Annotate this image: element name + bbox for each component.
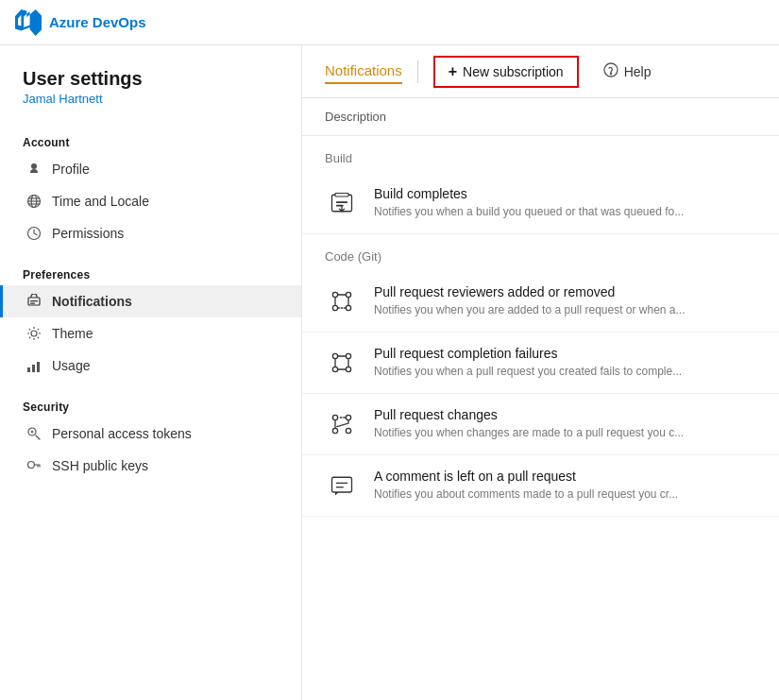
user-info: User settings Jamal Hartnett xyxy=(0,68,301,128)
group-label-code-git: Code (Git) xyxy=(302,234,779,271)
notif-title-pr-reviewers: Pull request reviewers added or removed xyxy=(374,284,686,299)
notif-row-build-completes[interactable]: Build completes Notifies you when a buil… xyxy=(302,173,779,234)
svg-point-39 xyxy=(332,428,337,433)
ssh-icon xyxy=(25,457,42,474)
new-subscription-button[interactable]: + New subscription xyxy=(433,56,579,88)
sidebar-item-time-locale[interactable]: Time and Locale xyxy=(0,185,301,217)
table-header-description: Description xyxy=(302,98,779,136)
tab-divider xyxy=(417,60,418,83)
notif-title-pr-completion: Pull request completion failures xyxy=(374,346,682,361)
help-label: Help xyxy=(624,64,652,79)
pr-completion-icon xyxy=(325,346,359,380)
sidebar-item-usage[interactable]: Usage xyxy=(0,350,301,382)
notif-desc-pr-reviewers: Notifies you when you are added to a pul… xyxy=(374,302,686,318)
sidebar-item-ssh-label: SSH public keys xyxy=(52,458,148,473)
svg-rect-27 xyxy=(335,194,348,197)
section-preferences: Preferences xyxy=(0,261,301,285)
sidebar-item-notifications[interactable]: Notifications xyxy=(0,285,301,317)
svg-rect-29 xyxy=(336,205,344,207)
notif-text-pr-changes: Pull request changes Notifies you when c… xyxy=(374,407,684,441)
sidebar-item-ssh-keys[interactable]: SSH public keys xyxy=(0,450,301,482)
svg-line-16 xyxy=(38,337,39,338)
notif-desc-pr-completion: Notifies you when a pull request you cre… xyxy=(374,364,682,380)
top-header: Azure DevOps xyxy=(0,0,779,45)
notif-row-pr-comment[interactable]: A comment is left on a pull request Noti… xyxy=(302,455,779,517)
svg-point-25 xyxy=(610,73,611,74)
svg-point-41 xyxy=(346,428,350,433)
pat-icon xyxy=(25,425,42,442)
svg-rect-28 xyxy=(336,201,347,203)
help-circle-icon xyxy=(603,62,618,80)
new-subscription-label: New subscription xyxy=(463,64,564,79)
notif-text-build-completes: Build completes Notifies you when a buil… xyxy=(374,186,684,220)
svg-point-34 xyxy=(332,353,337,358)
usage-icon xyxy=(25,357,42,374)
theme-icon xyxy=(25,325,42,342)
tab-bar: Notifications + New subscription Help xyxy=(302,45,779,98)
sidebar-item-notifications-label: Notifications xyxy=(52,294,132,309)
sidebar-item-permissions-label: Permissions xyxy=(52,226,124,241)
svg-point-31 xyxy=(332,305,337,310)
svg-point-33 xyxy=(346,305,350,310)
build-icon xyxy=(325,186,359,220)
user-name: Jamal Hartnett xyxy=(23,92,279,106)
notif-desc-pr-comment: Notifies you about comments made to a pu… xyxy=(374,487,678,503)
pr-changes-icon xyxy=(325,407,359,441)
sidebar-item-permissions[interactable]: Permissions xyxy=(0,217,301,249)
svg-point-40 xyxy=(346,415,350,419)
notif-text-pr-comment: A comment is left on a pull request Noti… xyxy=(374,469,678,503)
sidebar-item-time-locale-label: Time and Locale xyxy=(52,194,149,209)
sidebar-item-usage-label: Usage xyxy=(52,358,90,373)
svg-rect-8 xyxy=(30,300,38,301)
pr-reviewers-icon xyxy=(325,284,359,318)
user-settings-title: User settings xyxy=(23,68,279,90)
svg-rect-21 xyxy=(37,362,40,372)
globe-icon xyxy=(25,193,42,210)
notif-row-pr-completion[interactable]: Pull request completion failures Notifie… xyxy=(302,333,779,394)
svg-point-10 xyxy=(31,331,37,336)
main-layout: User settings Jamal Hartnett Account Pro… xyxy=(0,45,779,700)
notif-title-pr-comment: A comment is left on a pull request xyxy=(374,469,678,484)
svg-line-17 xyxy=(38,329,39,330)
svg-line-15 xyxy=(29,329,30,330)
group-label-build: Build xyxy=(302,136,779,173)
sidebar: User settings Jamal Hartnett Account Pro… xyxy=(0,45,302,700)
svg-point-32 xyxy=(346,292,350,297)
sidebar-item-theme[interactable]: Theme xyxy=(0,317,301,350)
svg-rect-9 xyxy=(30,303,35,304)
svg-point-30 xyxy=(332,292,337,297)
plus-icon: + xyxy=(449,63,457,80)
notif-desc-build-completes: Notifies you when a build you queued or … xyxy=(374,204,684,220)
svg-point-36 xyxy=(346,353,350,358)
content-table: Description Build Build completes Notifi… xyxy=(302,98,779,700)
person-icon xyxy=(25,161,42,178)
notif-desc-pr-changes: Notifies you when changes are made to a … xyxy=(374,425,684,441)
logo-text: Azure DevOps xyxy=(49,14,146,30)
tab-notifications[interactable]: Notifications xyxy=(325,59,402,84)
help-button[interactable]: Help xyxy=(594,57,661,86)
sidebar-item-profile[interactable]: Profile xyxy=(0,153,301,185)
notif-row-pr-reviewers[interactable]: Pull request reviewers added or removed … xyxy=(302,271,779,333)
azure-devops-logo xyxy=(15,9,42,36)
sidebar-item-pat-label: Personal access tokens xyxy=(52,426,192,441)
svg-rect-42 xyxy=(332,477,352,492)
sidebar-item-profile-label: Profile xyxy=(52,162,90,177)
permissions-icon xyxy=(25,225,42,242)
svg-rect-19 xyxy=(27,367,30,372)
sidebar-item-theme-label: Theme xyxy=(52,326,93,341)
section-account: Account xyxy=(0,128,301,153)
svg-point-38 xyxy=(332,415,337,419)
notif-title-pr-changes: Pull request changes xyxy=(374,407,684,422)
logo-area[interactable]: Azure DevOps xyxy=(15,9,146,36)
notifications-icon xyxy=(25,293,42,310)
section-security: Security xyxy=(0,393,301,418)
svg-line-18 xyxy=(29,337,30,338)
notif-title-build-completes: Build completes xyxy=(374,186,684,201)
notif-text-pr-reviewers: Pull request reviewers added or removed … xyxy=(374,284,686,318)
content-area: Notifications + New subscription Help De xyxy=(302,45,779,700)
pr-comment-icon xyxy=(325,469,359,503)
svg-point-37 xyxy=(346,367,350,371)
notif-row-pr-changes[interactable]: Pull request changes Notifies you when c… xyxy=(302,394,779,455)
sidebar-item-personal-access-tokens[interactable]: Personal access tokens xyxy=(0,418,301,450)
notif-text-pr-completion: Pull request completion failures Notifie… xyxy=(374,346,682,380)
